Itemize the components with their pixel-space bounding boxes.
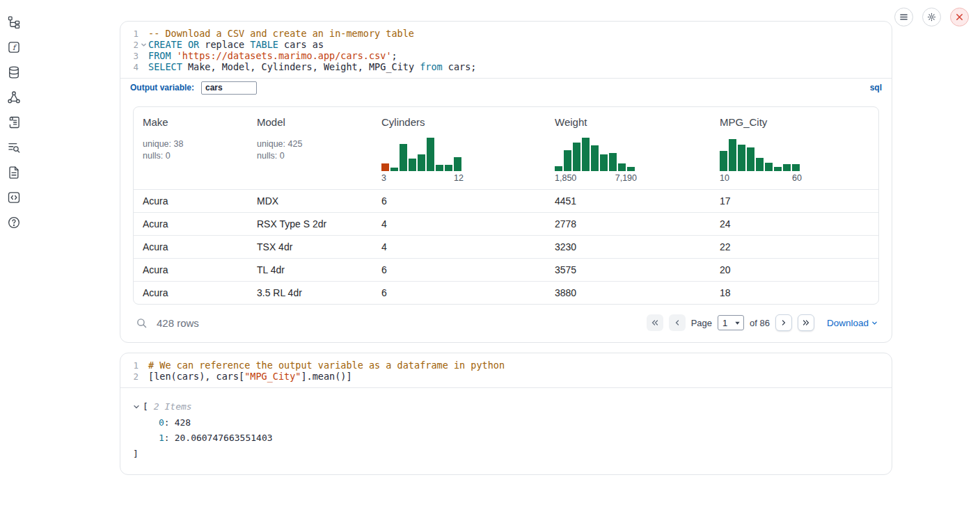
hist-bar[interactable] <box>418 154 425 171</box>
code-token: SELECT <box>148 61 182 72</box>
hist-bar[interactable] <box>747 147 754 171</box>
documentation-icon[interactable] <box>7 166 21 179</box>
line-number: 1 <box>120 360 139 371</box>
code-token: FROM <box>148 50 171 61</box>
code-line[interactable]: 3 FROM 'https://datasets.marimo.app/cars… <box>120 50 892 61</box>
code-token: cars; <box>443 61 477 72</box>
code-token: OR <box>188 39 199 50</box>
code-token: 'https://datasets.marimo.app/cars.csv' <box>177 50 392 61</box>
table-row[interactable]: AcuraTL 4dr6357520 <box>134 258 878 281</box>
code-line[interactable]: 1 # We can reference the output variable… <box>120 360 892 371</box>
table-row[interactable]: Acura3.5 RL 4dr6388018 <box>134 281 878 304</box>
hist-bar[interactable] <box>400 144 407 171</box>
result-table: Make unique: 38 nulls: 0 Model unique: 4… <box>133 106 879 305</box>
first-page-button[interactable] <box>647 314 663 331</box>
hist-bar[interactable] <box>774 167 782 171</box>
hist-axis: 10 60 <box>720 173 802 183</box>
table-row[interactable]: AcuraMDX6445117 <box>134 189 878 212</box>
code-line[interactable]: 4 SELECT Make, Model, Cylinders, Weight,… <box>120 61 892 72</box>
hist-bar[interactable] <box>573 143 580 171</box>
column-header-mpg-city[interactable]: MPG_City 10 60 <box>720 116 878 183</box>
hist-bar[interactable] <box>756 158 764 171</box>
column-name: MPG_City <box>720 116 878 128</box>
hist-bar[interactable] <box>609 153 617 171</box>
hist-bar[interactable] <box>591 145 599 171</box>
hist-bar[interactable] <box>555 166 562 171</box>
open-bracket: [ <box>143 399 148 415</box>
column-name: Weight <box>555 116 720 128</box>
row-count: 428 rows <box>157 317 199 329</box>
output-variable-input[interactable] <box>201 81 257 95</box>
prev-page-button[interactable] <box>669 314 686 331</box>
column-header-make[interactable]: Make unique: 38 nulls: 0 <box>143 116 257 183</box>
scratchpad-icon[interactable]: f <box>7 40 21 54</box>
hist-bar[interactable] <box>390 168 398 171</box>
tree-root-line: [ 2 Items <box>120 399 892 415</box>
output-variable-row: Output variable: sql <box>120 78 892 97</box>
table-row[interactable]: AcuraTSX 4dr4323022 <box>134 235 878 258</box>
next-page-button[interactable] <box>775 314 792 331</box>
output-variable-label: Output variable: <box>130 83 194 92</box>
code-token: [len(cars), cars[ <box>148 371 244 382</box>
hist-bar[interactable] <box>627 167 635 171</box>
sidebar: f <box>7 15 21 230</box>
logs-icon[interactable] <box>7 115 21 129</box>
weight-histogram: 1,850 7,190 <box>555 136 637 183</box>
code-token: TABLE <box>250 39 278 50</box>
python-code-editor[interactable]: 1 # We can reference the output variable… <box>120 353 892 387</box>
dependency-graph-icon[interactable] <box>7 90 21 104</box>
hist-bar[interactable] <box>720 151 727 171</box>
hist-bar[interactable] <box>765 163 773 171</box>
page-select[interactable]: 1 <box>718 315 744 330</box>
hist-bar[interactable] <box>600 154 608 171</box>
help-icon[interactable] <box>7 216 21 230</box>
snippets-icon[interactable] <box>7 191 21 204</box>
hist-bar[interactable] <box>409 159 416 171</box>
code-line[interactable]: 2 CREATE OR replace TABLE cars as <box>120 39 892 50</box>
items-count-label: 2 Items <box>154 399 192 415</box>
code-token: ; <box>392 50 397 61</box>
hist-bar[interactable] <box>618 163 626 171</box>
download-button[interactable]: Download <box>827 318 878 328</box>
hist-axis: 1,850 7,190 <box>555 173 637 183</box>
menu-icon[interactable] <box>894 8 913 26</box>
hist-bar[interactable] <box>436 165 443 171</box>
select-caret-icon <box>734 320 741 326</box>
topbar <box>894 8 969 26</box>
hist-bar[interactable] <box>445 165 452 171</box>
page-label: Page <box>691 318 712 328</box>
line-number: 1 <box>120 29 139 39</box>
last-page-button[interactable] <box>798 314 814 331</box>
cylinders-histogram: 3 12 <box>381 136 464 183</box>
svg-text:f: f <box>13 43 17 51</box>
outline-search-icon[interactable] <box>7 140 21 154</box>
sql-code-editor[interactable]: 1 -- Download a CSV and create an in-mem… <box>120 22 892 78</box>
hist-bar[interactable] <box>582 138 590 171</box>
code-line[interactable]: 2 [len(cars), cars["MPG_City"].mean()] <box>120 371 892 382</box>
tree-entry: 0:428 <box>120 415 892 431</box>
shutdown-close-icon[interactable] <box>950 8 969 26</box>
table-row[interactable]: AcuraRSX Type S 2dr4277824 <box>134 212 878 235</box>
file-explorer-icon[interactable] <box>7 15 21 29</box>
code-token: # We can reference the output variable a… <box>148 360 505 371</box>
datasources-icon[interactable] <box>7 65 21 79</box>
column-header-model[interactable]: Model unique: 425 nulls: 0 <box>257 116 381 183</box>
settings-gear-icon[interactable] <box>922 8 941 26</box>
hist-bar[interactable] <box>783 164 791 171</box>
hist-bar[interactable] <box>792 164 800 171</box>
hist-bar[interactable] <box>427 138 434 171</box>
line-number: 4 <box>120 62 139 72</box>
collapse-chevron-icon[interactable] <box>133 403 143 410</box>
code-line[interactable]: 1 -- Download a CSV and create an in-mem… <box>120 28 892 39</box>
column-name: Make <box>143 116 257 128</box>
column-stats: unique: 425 nulls: 0 <box>257 138 381 161</box>
hist-bar[interactable] <box>564 150 571 171</box>
column-header-cylinders[interactable]: Cylinders 3 12 <box>381 116 555 183</box>
hist-bar[interactable] <box>738 145 745 171</box>
hist-bar[interactable] <box>454 157 461 171</box>
hist-bar[interactable] <box>381 163 389 171</box>
fold-chevron-icon[interactable] <box>139 42 148 48</box>
hist-bar[interactable] <box>729 139 736 171</box>
search-icon[interactable] <box>136 317 148 329</box>
column-header-weight[interactable]: Weight 1,850 7,190 <box>555 116 720 183</box>
